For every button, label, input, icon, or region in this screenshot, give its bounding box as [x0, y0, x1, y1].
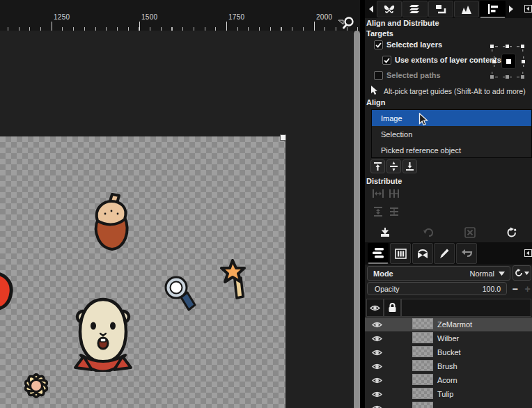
- layer-name[interactable]: Acorn: [437, 376, 457, 384]
- use-extents-label: Use extents of layer contents: [395, 56, 501, 64]
- dropdown-option-image[interactable]: Image: [372, 110, 531, 126]
- layer-name[interactable]: Wilber: [437, 334, 459, 343]
- tab-channels[interactable]: [390, 243, 411, 264]
- pivot-icon: [490, 72, 499, 79]
- ruler-tick: 1500: [139, 22, 140, 31]
- pivot-top-left-button[interactable]: [487, 42, 501, 53]
- layer-thumbnail[interactable]: [412, 318, 433, 329]
- mode-switch-button[interactable]: [513, 265, 531, 281]
- tab-histogram[interactable]: [454, 1, 479, 17]
- layer-row-wilber[interactable]: Wilber: [365, 331, 532, 345]
- distribute-heading: Distribute: [366, 177, 402, 185]
- pivot-bottom-left-button[interactable]: [487, 70, 501, 81]
- layer-row-acorn[interactable]: Acorn: [365, 373, 532, 387]
- layer-name[interactable]: ZeMarmot: [437, 320, 472, 329]
- canvas-corner-handle[interactable]: [280, 134, 286, 141]
- distribute-vertical-gaps-button[interactable]: [372, 206, 384, 217]
- reset-button[interactable]: [506, 227, 517, 238]
- align-icon: [487, 4, 499, 14]
- eye-icon[interactable]: [372, 377, 382, 384]
- tab-align-distribute[interactable]: [480, 1, 506, 18]
- tab-paths[interactable]: [412, 243, 433, 264]
- eye-icon[interactable]: [372, 335, 382, 343]
- pivot-icon: [503, 44, 512, 52]
- horizontal-ruler[interactable]: 1250 1500 1750 2000: [0, 17, 360, 31]
- undo-button-disabled[interactable]: [423, 227, 434, 238]
- layer-row-brush[interactable]: Brush: [365, 359, 532, 373]
- pivot-icon: [519, 56, 527, 67]
- pick-as-target-button[interactable]: [380, 227, 391, 238]
- layer-row-bucket[interactable]: Bucket: [365, 345, 532, 359]
- selected-paths-checkbox[interactable]: [374, 71, 383, 80]
- opacity-label: Opacity: [375, 285, 400, 293]
- eye-icon[interactable]: [372, 363, 382, 370]
- use-extents-checkbox[interactable]: [382, 56, 391, 65]
- layer-thumbnail[interactable]: [412, 374, 433, 385]
- distribute-vertical-centers-button[interactable]: [388, 206, 400, 217]
- opacity-increase-button[interactable]: +: [522, 283, 532, 294]
- eye-icon: [370, 304, 380, 312]
- mouse-cursor-icon: [418, 113, 428, 127]
- align-center-vertical-button[interactable]: [386, 159, 401, 173]
- layer-mode-combo[interactable]: Mode Normal: [367, 266, 510, 281]
- pivot-icon: [503, 72, 512, 79]
- tulip-sprite: [0, 272, 15, 312]
- vertical-scrollbar[interactable]: [354, 31, 360, 408]
- layer-name[interactable]: Bucket: [437, 348, 461, 356]
- canvas-viewport[interactable]: [0, 31, 353, 408]
- pick-cursor-icon: [370, 86, 379, 95]
- layer-thumbnail[interactable]: [412, 360, 433, 371]
- pivot-top-right-button[interactable]: [514, 42, 527, 53]
- pivot-middle-left-button[interactable]: [487, 54, 501, 68]
- delete-button-disabled[interactable]: [464, 227, 476, 238]
- selected-layers-checkbox[interactable]: [374, 40, 383, 49]
- layer-thumbnail[interactable]: [412, 402, 433, 408]
- layers-list: ZeMarmot Wilber Bucket Brush Acorn: [365, 317, 532, 408]
- visibility-column-header[interactable]: [366, 299, 384, 317]
- dock-menu-button[interactable]: [524, 4, 532, 13]
- pivot-bottom-center-button[interactable]: [501, 70, 514, 81]
- tab-symmetry[interactable]: [377, 1, 402, 17]
- opacity-slider[interactable]: Opacity 100.0: [367, 282, 507, 295]
- pivot-middle-right-button[interactable]: [517, 54, 530, 68]
- tab-brushes[interactable]: [434, 243, 455, 264]
- layer-name[interactable]: Tulip: [437, 390, 453, 398]
- tab-dynamics[interactable]: [402, 1, 428, 17]
- dock-menu-button-bottom[interactable]: [524, 249, 532, 257]
- panel-title: Align and Distribute: [366, 19, 439, 27]
- lock-column-header[interactable]: [384, 299, 401, 317]
- tab-selection-editor[interactable]: [428, 1, 453, 17]
- eye-icon[interactable]: [372, 405, 382, 408]
- targets-heading: Targets: [366, 29, 393, 38]
- layer-row-zemarmot[interactable]: ZeMarmot: [365, 317, 532, 331]
- scrollbar-thumb[interactable]: [354, 31, 360, 408]
- opacity-decrease-button[interactable]: −: [510, 283, 520, 294]
- distribute-horizontal-centers-button[interactable]: [388, 188, 400, 199]
- align-bottom-button[interactable]: [402, 159, 417, 173]
- chevron-down-icon: [499, 272, 505, 276]
- layer-name[interactable]: Brush: [437, 362, 457, 370]
- pivot-top-center-button[interactable]: [501, 42, 514, 53]
- eye-icon[interactable]: [372, 321, 382, 329]
- relative-to-dropdown: Image Selection Picked reference object: [371, 109, 532, 158]
- paths-icon: [416, 249, 429, 259]
- layer-row-tulip[interactable]: Tulip: [365, 387, 532, 401]
- layer-thumbnail[interactable]: [412, 332, 433, 343]
- eye-icon[interactable]: [372, 391, 382, 398]
- layer-thumbnail[interactable]: [412, 346, 433, 357]
- eye-icon[interactable]: [372, 349, 382, 356]
- distribute-h-icon: [372, 188, 384, 199]
- pivot-bottom-right-button[interactable]: [514, 70, 527, 81]
- tab-scroll-left-button[interactable]: [367, 3, 375, 15]
- layer-row-partial[interactable]: [365, 401, 532, 408]
- distribute-horizontal-gaps-button[interactable]: [372, 188, 384, 199]
- tab-scroll-right-button[interactable]: [507, 3, 515, 15]
- dropdown-option-selection[interactable]: Selection: [372, 126, 531, 142]
- align-top-button[interactable]: [370, 159, 385, 173]
- dropdown-option-picked-reference[interactable]: Picked reference object: [372, 142, 531, 158]
- opacity-value: 100.0: [483, 285, 501, 293]
- tab-undo-history[interactable]: [456, 243, 477, 264]
- layer-thumbnail[interactable]: [412, 388, 433, 399]
- tab-layers[interactable]: [368, 243, 389, 264]
- pivot-center-button[interactable]: [501, 54, 516, 69]
